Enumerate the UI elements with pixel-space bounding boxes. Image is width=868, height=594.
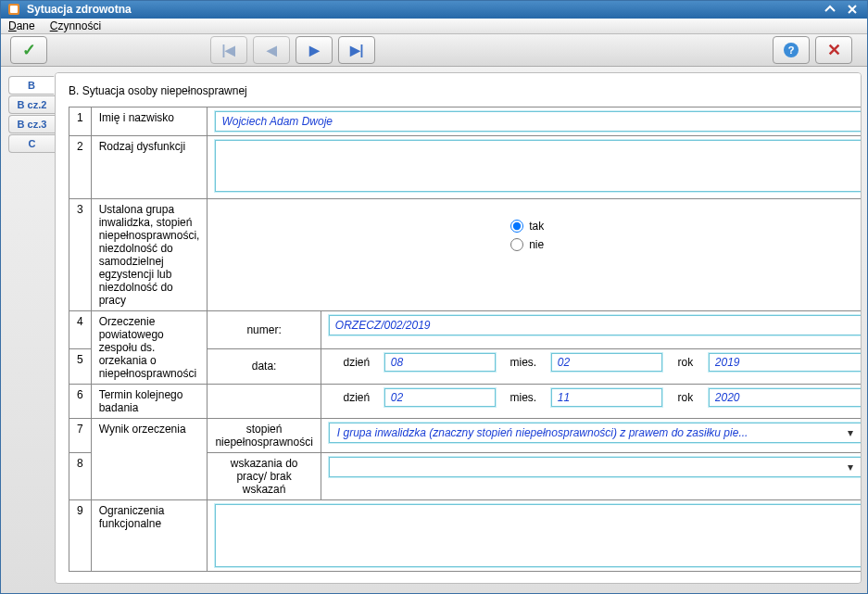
row-num: 5 (69, 348, 92, 384)
mies-label: mies. (496, 356, 551, 369)
work-sublabel: wskazania do pracy/ brak wskazań (208, 453, 321, 500)
tab-b-cz3[interactable]: B cz.3 (8, 115, 55, 133)
help-button[interactable]: ? (773, 36, 810, 64)
row-label: Orzeczenie powiatowego zespołu ds. orzek… (91, 311, 208, 385)
check-icon: ✓ (22, 40, 36, 60)
rok-input[interactable] (709, 353, 862, 372)
row-decision-number: 4 Orzeczenie powiatowego zespołu ds. orz… (69, 311, 862, 349)
row-result-degree: 7 Wynik orzeczenia stopień niepełnospraw… (69, 419, 862, 453)
radio-nie-label: nie (529, 238, 544, 251)
row-num: 1 (69, 107, 92, 136)
row-label: Imię i nazwisko (91, 107, 208, 136)
form-table: 1 Imię i nazwisko 2 Rodzaj dysfunkcji (69, 107, 862, 572)
rok-label: rok (662, 391, 709, 404)
row-disability-group: 3 Ustalona grupa inwalidzka, stopień nie… (69, 199, 862, 311)
dysfunction-textarea[interactable] (215, 140, 861, 192)
mies-input[interactable] (551, 353, 662, 372)
row-label: Ograniczenia funkcjonalne (91, 500, 208, 572)
x-icon: ✕ (827, 40, 841, 60)
accept-button[interactable]: ✓ (10, 36, 47, 64)
degree-sublabel: stopień niepełnosprawności (208, 419, 321, 453)
row-limitations: 9 Ograniczenia funkcjonalne (69, 500, 862, 572)
side-tabs: B B cz.2 B cz.3 C (1, 72, 55, 584)
svg-rect-1 (10, 6, 18, 13)
rok-input[interactable] (709, 388, 862, 407)
degree-value: I grupa inwalidzka (znaczny stopień niep… (337, 426, 844, 439)
date-row: dzień mies. rok (329, 388, 862, 407)
row-dysfunction: 2 Rodzaj dysfunkcji (69, 136, 862, 199)
dzien-label: dzień (329, 356, 384, 369)
radio-nie-input[interactable] (510, 238, 523, 251)
row-next-exam: 6 Termin kolejnego badania dzień mies. r… (69, 385, 862, 419)
date-row: dzień mies. rok (329, 353, 862, 372)
window: Sytuacja zdrowotna Dane Czynności ✓ |◀ ◀… (0, 0, 868, 594)
row-num: 3 (69, 199, 92, 311)
chevron-down-icon: ▾ (844, 426, 857, 439)
app-icon (6, 2, 21, 17)
row-num: 6 (69, 385, 92, 419)
rok-label: rok (662, 356, 709, 369)
nav-last-button[interactable]: ▶| (338, 36, 375, 64)
nav-next-button[interactable]: ▶ (296, 36, 333, 64)
help-icon: ? (784, 43, 799, 57)
menu-dane[interactable]: Dane (8, 19, 35, 32)
row-label: Rodzaj dysfunkcji (91, 136, 208, 199)
numer-label: numer: (208, 311, 321, 349)
last-icon: ▶| (350, 43, 364, 57)
prev-icon: ◀ (267, 43, 277, 57)
radio-tak-label: tak (529, 220, 544, 233)
degree-dropdown[interactable]: I grupa inwalidzka (znaczny stopień niep… (329, 423, 862, 443)
titlebar: Sytuacja zdrowotna (1, 1, 867, 19)
row-label: Wynik orzeczenia (91, 419, 208, 500)
close-button[interactable] (843, 2, 862, 17)
menu-czynnosci[interactable]: Czynności (50, 19, 101, 32)
row-num: 4 (69, 311, 92, 349)
menubar: Dane Czynności (1, 19, 867, 34)
data-label: data: (208, 348, 321, 384)
minimize-button[interactable] (821, 2, 839, 17)
work-dropdown[interactable]: ▾ (329, 457, 862, 477)
tab-b[interactable]: B (8, 76, 55, 95)
dzien-label: dzień (329, 391, 384, 404)
row-num: 9 (69, 500, 92, 572)
row-num: 8 (69, 453, 92, 500)
row-label: Termin kolejnego badania (91, 385, 208, 419)
radio-group: tak nie (215, 203, 861, 268)
numer-input[interactable] (329, 315, 862, 335)
mies-input[interactable] (551, 388, 662, 407)
row-num: 2 (69, 136, 92, 199)
content-area: B B cz.2 B cz.3 C B. Sytuacja osoby niep… (1, 67, 867, 593)
tab-b-cz2[interactable]: B cz.2 (8, 95, 55, 114)
next-icon: ▶ (309, 43, 320, 57)
first-icon: |◀ (222, 43, 236, 57)
row-num: 7 (69, 419, 92, 453)
nav-first-button[interactable]: |◀ (210, 36, 247, 64)
dzien-input[interactable] (384, 388, 496, 407)
limitations-textarea[interactable] (215, 504, 861, 567)
nav-prev-button[interactable]: ◀ (253, 36, 290, 64)
toolbar: ✓ |◀ ◀ ▶ ▶| ? ✕ (1, 34, 867, 67)
row-name: 1 Imię i nazwisko (69, 107, 862, 136)
cancel-button[interactable]: ✕ (815, 36, 852, 64)
radio-tak[interactable]: tak (510, 220, 566, 233)
mies-label: mies. (496, 391, 551, 404)
dzien-input[interactable] (384, 353, 496, 372)
window-title: Sytuacja zdrowotna (27, 3, 817, 16)
tab-c[interactable]: C (8, 134, 55, 153)
radio-nie[interactable]: nie (510, 238, 566, 251)
chevron-down-icon: ▾ (844, 461, 857, 474)
section-title: B. Sytuacja osoby niepełnosprawnej (69, 84, 848, 97)
radio-tak-input[interactable] (510, 220, 523, 233)
row-label: Ustalona grupa inwalidzka, stopień niepe… (91, 199, 208, 311)
name-input[interactable] (215, 111, 861, 132)
form-panel: B. Sytuacja osoby niepełnosprawnej 1 Imi… (55, 72, 862, 584)
